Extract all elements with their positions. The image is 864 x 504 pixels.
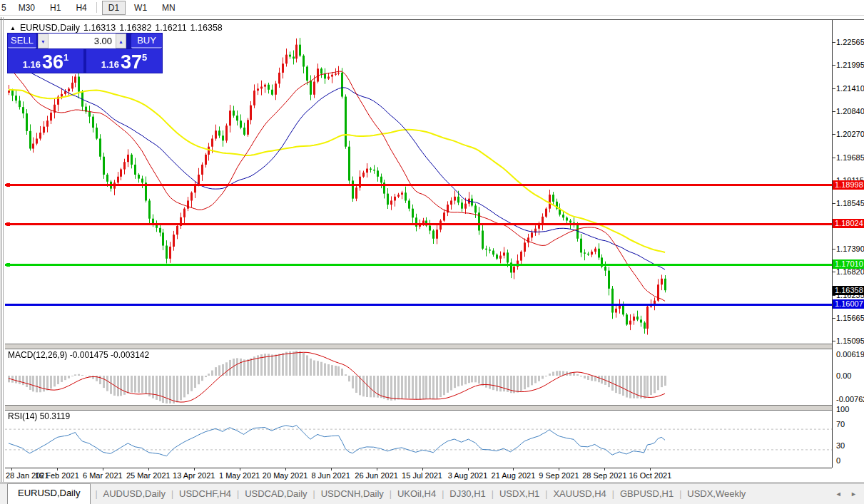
macd-axis-label: 0.006193	[836, 350, 864, 359]
date-axis-tick	[148, 468, 149, 470]
price-axis-tick	[833, 318, 835, 319]
timeframe-button-h4[interactable]: H4	[69, 1, 93, 15]
price-axis-tick	[833, 42, 835, 43]
tab-scroll-arrows: ◄ ►	[828, 490, 857, 498]
chart-title-overlay: ▲EURUSD,Daily1.163131.163821.162111.1635…	[10, 23, 223, 33]
tab-separator: |	[675, 485, 686, 504]
date-axis-label: 21 Aug 2021	[492, 471, 536, 480]
ohlc-low: 1.16211	[155, 23, 186, 33]
date-axis-label: 25 Mar 2021	[126, 471, 171, 480]
tab-separator: |	[309, 485, 320, 504]
sell-button[interactable]: SELL	[8, 34, 36, 48]
timeframe-button-d1[interactable]: D1	[102, 1, 126, 15]
chart-frame-bottom	[0, 482, 864, 483]
price-axis-label: 1.21410	[836, 84, 864, 93]
chart-tab-usdchf-h4[interactable]: USDCHF,H4	[178, 485, 233, 504]
chart-tab-usdx-h1[interactable]: USDX,H1	[498, 485, 541, 504]
buy-price-big: 37	[121, 53, 142, 71]
level-line-anchor[interactable]	[6, 222, 10, 226]
rsi-axis-label: 30	[836, 441, 845, 450]
horizontal-level-line-1.18998[interactable]	[5, 184, 832, 186]
timeframe-button-5[interactable]: 5	[0, 1, 10, 15]
date-axis-tick	[468, 468, 469, 470]
date-axis-tick	[240, 468, 240, 470]
price-badge-1.17010: 1.17010	[833, 259, 864, 269]
chart-tab-audusd-daily[interactable]: AUDUSD,Daily	[102, 485, 167, 504]
ohlc-open: 1.16313	[83, 23, 116, 33]
tab-separator: |	[541, 485, 552, 504]
window-left-border	[1, 17, 1, 482]
date-axis-label: 20 May 2021	[263, 471, 308, 480]
price-axis-label: 1.18545	[836, 199, 864, 207]
amount-increase-button[interactable]: ▲	[116, 34, 126, 48]
ohlc-high: 1.16382	[119, 23, 151, 33]
timeframe-button-m30[interactable]: M30	[12, 1, 41, 15]
timeframe-toolbar: 5M30H1H4D1W1MN	[0, 0, 864, 16]
price-axis-label: 1.22565	[836, 38, 864, 46]
chart-tab-gbpusd-h1[interactable]: GBPUSD,H1	[619, 485, 675, 504]
date-axis-tick	[194, 468, 195, 470]
date-axis-label: 28 Sep 2021	[582, 471, 626, 480]
mt4-chart-window: 5M30H1H4D1W1MN 1.225651.219951.214101.20…	[0, 0, 864, 504]
chart-tab-eurusd-daily[interactable]: EURUSD,Daily	[7, 483, 91, 504]
tab-separator: |	[233, 485, 243, 504]
date-axis-label: 6 Mar 2021	[83, 471, 123, 480]
chart-tab-dj30-h1[interactable]: DJ30,H1	[448, 485, 487, 504]
collapse-ohlc-icon[interactable]: ▲	[10, 25, 16, 31]
sell-price-pane[interactable]: 1.16 36 1	[8, 49, 83, 73]
date-axis-label: 16 Oct 2021	[629, 471, 671, 480]
sell-price-sup: 1	[63, 52, 68, 63]
date-axis-tick	[513, 468, 514, 470]
price-chart-canvas[interactable]	[5, 20, 832, 468]
date-axis-tick	[650, 468, 651, 470]
macd-name: MACD(12,26,9)	[8, 350, 67, 360]
sell-price-small: 1.16	[23, 59, 41, 70]
chart-tab-xauusd-h4[interactable]: XAUUSD,H4	[552, 485, 607, 504]
tab-scroll-right-icon[interactable]: ►	[850, 490, 857, 498]
price-axis-tick	[833, 249, 835, 250]
price-badge-1.18998: 1.18998	[833, 180, 864, 190]
price-axis-tick	[833, 134, 835, 135]
chart-tab-usdx-weekly[interactable]: USDX,Weekly	[686, 485, 747, 504]
chart-tab-usdcad-daily[interactable]: USDCAD,Daily	[243, 485, 308, 504]
price-axis-label: 1.17390	[836, 245, 864, 253]
price-axis-tick	[833, 341, 835, 341]
date-axis-tick	[331, 468, 332, 470]
buy-price-pane[interactable]: 1.16 37 5	[86, 49, 162, 73]
chart-tab-ukoil-h4[interactable]: UKOil,H4	[396, 485, 437, 504]
buy-button[interactable]: BUY	[131, 34, 162, 48]
timeframe-button-mn[interactable]: MN	[156, 1, 182, 15]
rsi-axis-label: 70	[836, 420, 845, 428]
price-badge-1.16007: 1.16007	[833, 299, 864, 309]
macd-values: -0.001475 -0.003142	[70, 350, 149, 360]
horizontal-level-line-1.18024[interactable]	[5, 223, 832, 225]
price-axis-tick	[833, 272, 835, 272]
ohlc-close: 1.16358	[190, 23, 223, 33]
tab-separator: |	[608, 485, 619, 504]
horizontal-level-line-1.16007[interactable]	[5, 304, 832, 306]
buy-price-small: 1.16	[101, 59, 119, 70]
window-left-border-inner	[3, 17, 4, 482]
date-axis-label: 13 Apr 2021	[173, 471, 215, 480]
price-axis-label: 1.20840	[836, 107, 864, 115]
tab-separator: |	[167, 485, 178, 504]
horizontal-level-line-1.17010[interactable]	[5, 264, 832, 266]
price-axis-label: 1.20270	[836, 130, 864, 138]
price-axis-tick	[833, 203, 835, 204]
date-axis-tick	[285, 468, 286, 470]
amount-input[interactable]	[49, 34, 116, 48]
chart-tab-usdcnh-daily[interactable]: USDCNH,Daily	[320, 485, 385, 504]
price-badge-1.18024: 1.18024	[833, 219, 864, 228]
macd-indicator-label: MACD(12,26,9) -0.001475 -0.003142	[8, 350, 149, 360]
chart-symbol-period: EURUSD,Daily	[20, 23, 80, 33]
level-line-anchor[interactable]	[6, 263, 10, 267]
rsi-axis-label: 0	[836, 456, 840, 465]
toolbar-separator	[96, 2, 97, 13]
tab-scroll-left-icon[interactable]: ◄	[835, 490, 842, 498]
level-line-anchor[interactable]	[6, 183, 10, 187]
buy-price-sup: 5	[142, 52, 147, 63]
macd-axis-label: -0.007621	[836, 395, 864, 403]
timeframe-button-w1[interactable]: W1	[128, 1, 153, 15]
timeframe-button-h1[interactable]: H1	[44, 1, 67, 15]
amount-decrease-button[interactable]: ▼	[38, 34, 49, 48]
